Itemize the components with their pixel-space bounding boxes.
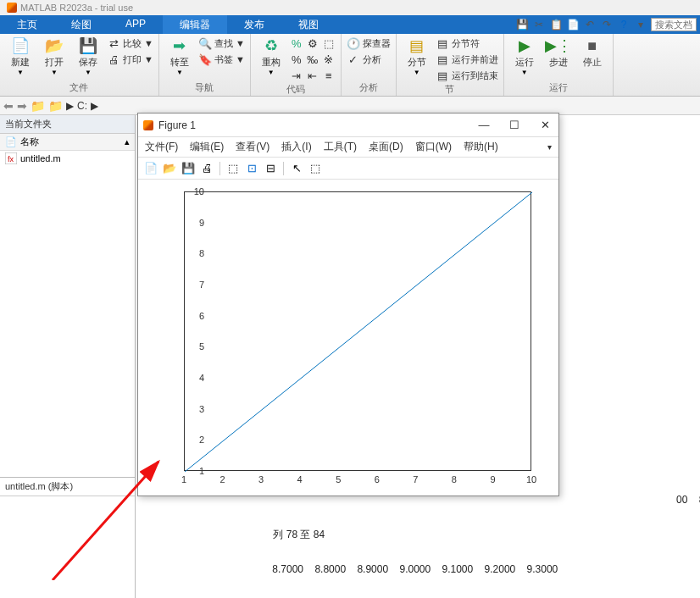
figure-window[interactable]: Figure 1 — ☐ ✕ 文件(F) 编辑(E) 查看(V) 插入(I) 工… <box>137 113 559 496</box>
x-tick: 2 <box>219 474 225 484</box>
y-tick: 7 <box>199 280 204 290</box>
stop-button[interactable]: ■停止 <box>577 36 608 69</box>
cut-icon[interactable]: ✂ <box>532 18 546 31</box>
copy-icon[interactable]: 📋 <box>549 18 563 31</box>
figure-menubar: 文件(F) 编辑(E) 查看(V) 插入(I) 工具(T) 桌面(D) 窗口(W… <box>138 137 558 158</box>
new-button[interactable]: 📄新建▼ <box>5 36 36 76</box>
run-advance-button[interactable]: ▤运行并前进 <box>436 52 498 67</box>
group-nav-label: 导航 <box>195 81 214 94</box>
figure-toolbar: 📄 📂 💾 🖨 ⬚ ⊡ ⊟ ↖ ⬚ <box>138 158 558 180</box>
menu-window[interactable]: 窗口(W) <box>415 140 452 154</box>
minimize-button[interactable]: — <box>475 119 492 131</box>
y-tick: 6 <box>199 311 204 321</box>
quick-access-bar: 💾 ✂ 📋 📄 ↶ ↷ ? ▾ <box>515 16 697 33</box>
save-icon[interactable]: 💾 <box>515 18 529 31</box>
axes[interactable] <box>184 191 531 471</box>
tab-publish[interactable]: 发布 <box>227 15 281 34</box>
y-tick: 10 <box>194 186 204 197</box>
explorer-button[interactable]: 🕐探查器 <box>347 36 391 51</box>
print-button[interactable]: 🖨打印 ▼ <box>107 52 153 67</box>
paste-icon[interactable]: 📄 <box>566 18 580 31</box>
menu-file[interactable]: 文件(F) <box>145 140 178 154</box>
help-icon[interactable]: ? <box>617 18 631 31</box>
y-tick: 9 <box>199 218 204 228</box>
menu-view[interactable]: 查看(V) <box>236 140 269 154</box>
compare-button[interactable]: ⇄比较 ▼ <box>107 36 153 51</box>
pointer-icon[interactable]: ↖ <box>289 161 304 176</box>
comment-button[interactable]: %‰※ <box>290 52 336 67</box>
sort-icon: ▴ <box>125 136 130 147</box>
tab-editor[interactable]: 编辑器 <box>163 15 227 34</box>
brush-icon[interactable]: ⬚ <box>308 161 323 176</box>
redo-icon[interactable]: ↷ <box>600 18 614 31</box>
separator <box>219 162 220 175</box>
maximize-button[interactable]: ☐ <box>506 119 523 131</box>
x-tick: 3 <box>258 474 264 484</box>
tab-home[interactable]: 主页 <box>0 15 54 34</box>
refactor-button[interactable]: ♻重构▼ <box>256 36 286 76</box>
x-tick: 5 <box>336 474 341 484</box>
insert-percent-button[interactable]: %⚙⬚ <box>290 36 336 51</box>
matlab-logo-icon <box>7 3 17 13</box>
nav-fwd-icon[interactable]: ➡ <box>17 99 27 113</box>
figure-titlebar[interactable]: Figure 1 — ☐ ✕ <box>138 114 558 137</box>
open-button[interactable]: 📂打开▼ <box>39 36 69 76</box>
nav-back-icon[interactable]: ⬅ <box>3 99 14 113</box>
datacursor-icon[interactable]: ⊡ <box>244 161 259 176</box>
indent-button[interactable]: ⇥⇤≡ <box>290 68 336 83</box>
search-doc-input[interactable] <box>651 18 697 31</box>
close-button[interactable]: ✕ <box>536 119 553 131</box>
step-button[interactable]: ▶⋮步进 <box>543 36 574 69</box>
svg-line-2 <box>185 192 532 472</box>
new-fig-icon[interactable]: 📄 <box>143 161 158 176</box>
analysis-button[interactable]: ✓分析 <box>347 52 391 67</box>
open-fig-icon[interactable]: 📂 <box>162 161 177 176</box>
folder-icon[interactable]: 📁 <box>31 99 45 113</box>
path-sep2: ▶ <box>91 100 98 112</box>
save-fig-icon[interactable]: 💾 <box>181 161 196 176</box>
figure-logo-icon <box>143 120 153 130</box>
link-icon[interactable]: ⊟ <box>263 161 278 176</box>
section-button[interactable]: ▤分节▼ <box>402 36 432 76</box>
column-header[interactable]: 📄 名称 ▴ <box>0 134 135 151</box>
x-tick: 10 <box>526 474 536 484</box>
group-file-label: 文件 <box>69 81 88 94</box>
file-type-icon: 📄 <box>5 136 17 147</box>
find-button[interactable]: 🔍查找 ▼ <box>198 36 245 51</box>
goto-button[interactable]: ➡转至▼ <box>164 36 195 76</box>
x-tick: 4 <box>297 474 303 484</box>
path-drive[interactable]: C: <box>77 100 87 112</box>
details-panel: untitled.m (脚本) <box>0 477 135 496</box>
tab-view[interactable]: 视图 <box>281 15 336 34</box>
up-folder-icon[interactable]: 📁 <box>48 99 63 113</box>
run-button[interactable]: ▶运行▼ <box>509 36 540 76</box>
y-tick: 2 <box>199 435 204 445</box>
figure-canvas[interactable]: 12345678910 12345678910 <box>138 180 558 496</box>
plot-line <box>185 192 532 472</box>
file-item-untitled[interactable]: fx untitled.m <box>0 151 135 166</box>
separator2 <box>283 162 284 175</box>
menu-edit[interactable]: 编辑(E) <box>190 140 224 154</box>
menu-help[interactable]: 帮助(H) <box>464 140 498 154</box>
app-titlebar: MATLAB R2023a - trial use <box>0 0 700 15</box>
menu-insert[interactable]: 插入(I) <box>281 140 311 154</box>
app-title: MATLAB R2023a - trial use <box>20 3 133 13</box>
print-fig-icon[interactable]: 🖨 <box>199 161 214 176</box>
section-break-button[interactable]: ▤分节符 <box>436 36 498 51</box>
rotate-icon[interactable]: ⬚ <box>225 161 241 176</box>
menu-more-icon[interactable]: ▾ <box>547 142 552 152</box>
save-button[interactable]: 💾保存▼ <box>73 36 103 76</box>
menu-desktop[interactable]: 桌面(D) <box>369 140 403 154</box>
menu-tools[interactable]: 工具(T) <box>324 140 357 154</box>
toolstrip: 📄新建▼ 📂打开▼ 💾保存▼ ⇄比较 ▼ 🖨打印 ▼ 文件 ➡转至▼ 🔍查找 ▼… <box>0 34 700 97</box>
group-analyze-label: 分析 <box>359 81 378 94</box>
tab-plot[interactable]: 绘图 <box>54 15 108 34</box>
path-sep: ▶ <box>66 100 74 112</box>
x-tick: 1 <box>181 474 186 484</box>
x-tick: 9 <box>490 474 495 484</box>
run-to-end-button[interactable]: ▤运行到结束 <box>436 68 498 83</box>
more-icon[interactable]: ▾ <box>634 18 647 31</box>
bookmark-button[interactable]: 🔖书签 ▼ <box>198 52 245 67</box>
tab-app[interactable]: APP <box>108 15 163 34</box>
undo-icon[interactable]: ↶ <box>583 18 597 31</box>
